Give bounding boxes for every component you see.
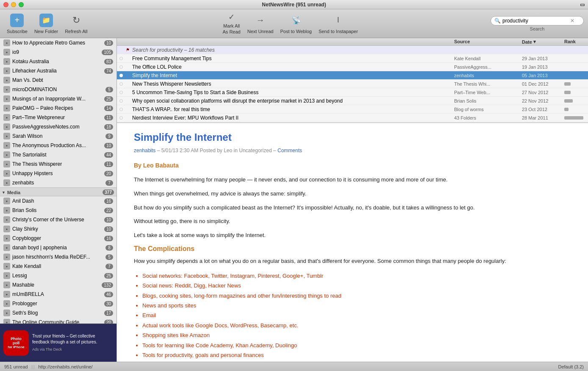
minimize-button[interactable] <box>11 2 16 7</box>
article-row[interactable]: Why open social collaboration platforms … <box>117 97 588 105</box>
subscribe-button[interactable]: + Subscribe <box>4 12 30 36</box>
sidebar-item-5[interactable]: ●danah boyd | apophenia8 <box>0 243 116 252</box>
feed-icon: ● <box>3 263 10 270</box>
article-source: Blog of worms <box>454 107 522 112</box>
search-bar[interactable]: 🔍 ✕ <box>491 16 584 25</box>
article-rank <box>564 82 585 86</box>
sidebar-item-13[interactable]: ●The Thesis Whisperer11 <box>0 159 116 169</box>
sidebar-item-label: Seth's Blog <box>12 310 104 316</box>
post-to-weblog-button[interactable]: 📡 Post to Weblog <box>277 12 314 36</box>
search-label[interactable]: Search <box>530 26 545 31</box>
sidebar-item-15[interactable]: ●zenhabits7 <box>0 178 116 187</box>
ad-logo: Photo poll for iPhone <box>3 330 29 356</box>
article-title: Free Community Management Tips <box>132 56 454 61</box>
sidebar-item-label: Problogger <box>12 301 104 307</box>
unread-dot <box>119 116 123 120</box>
col-header-date[interactable]: Date ▾ <box>522 39 564 45</box>
sidebar-item-12[interactable]: ●The Sartorialist44 <box>0 150 116 159</box>
window-resize[interactable]: ▭ <box>580 2 585 8</box>
sidebar-item-8[interactable]: ●Part–Time Webpreneur11 <box>0 113 116 122</box>
search-input[interactable] <box>502 18 570 24</box>
flag-icon <box>125 56 130 61</box>
sidebar-item-10[interactable]: ●mUmBRELLA46 <box>0 290 116 299</box>
sidebar-item-0[interactable]: ●Anil Dash16 <box>0 196 116 206</box>
sidebar-item-11[interactable]: ●Problogger30 <box>0 299 116 308</box>
sidebar-item-14[interactable]: ●Unhappy Hipsters20 <box>0 169 116 178</box>
sidebar-item-7[interactable]: ●Kate Kendall7 <box>0 262 116 271</box>
sidebar-item-9[interactable]: ●Mashable132 <box>0 280 116 290</box>
maximize-button[interactable] <box>19 2 24 7</box>
sidebar-item-8[interactable]: ●Lessig25 <box>0 271 116 280</box>
sidebar-item-count: 10 <box>104 217 113 223</box>
sidebar-item-3[interactable]: ●Clay Shirky10 <box>0 224 116 234</box>
sidebar-item-4[interactable]: ●Copyblogger16 <box>0 234 116 243</box>
sidebar-item-label: Brian Solis <box>12 207 104 213</box>
feed-icon: ● <box>3 254 10 260</box>
article-rows: Free Community Management TipsKate Kenda… <box>117 54 588 123</box>
sidebar-item-count: 20 <box>104 171 113 176</box>
refresh-icon: ↻ <box>69 14 83 27</box>
ad-text: Trust your friends – Get collective feed… <box>32 333 113 352</box>
sidebar-item-count: 11 <box>104 115 113 120</box>
refresh-all-button[interactable]: ↻ Refresh All <box>62 12 90 36</box>
article-row[interactable]: New Thesis Whisperer NewslettersThe Thes… <box>117 80 588 88</box>
sidebar-item-6[interactable]: ●Musings of an Inappropriate W...25 <box>0 94 116 103</box>
article-rank <box>564 91 585 94</box>
sidebar-item-1[interactable]: ●Brian Solis22 <box>0 206 116 215</box>
sidebar-item-6[interactable]: ●jason hirschhorn's Media ReDEF...5 <box>0 252 116 262</box>
sidebar-item-1[interactable]: ●io9105 <box>0 47 116 57</box>
article-row[interactable]: Nerdiest Interview Ever: MPU Workflows P… <box>117 114 588 122</box>
feed-icon: ● <box>3 58 10 65</box>
sidebar-item-7[interactable]: ●PaleOMG – Paleo Recipes14 <box>0 103 116 113</box>
article-date: 28 Mar 2011 <box>522 115 564 120</box>
sidebar-item-2[interactable]: ●Kotaku Australia83 <box>0 57 116 66</box>
sidebar-item-10[interactable]: ●Sarah Wilson9 <box>0 131 116 141</box>
feed-icon: ● <box>3 133 10 139</box>
sidebar-group-media[interactable]: ▼Media377 <box>0 187 116 196</box>
sidebar-item-label: Kotaku Australia <box>12 59 104 64</box>
sidebar-item-count: 16 <box>104 236 113 241</box>
comments-link[interactable]: Comments <box>277 148 302 153</box>
sidebar-item-3[interactable]: ●Lifehacker Australia74 <box>0 66 116 75</box>
article-title: THAT'S A WRAP.. for real this time <box>132 106 454 112</box>
statusbar-url: http://zenhabits.net/unline/ <box>38 364 555 369</box>
sidebar-item-2[interactable]: ●Christy's Corner of the Universe10 <box>0 215 116 224</box>
article-row[interactable]: The Office LOL PolicePassiveAggress...19… <box>117 63 588 71</box>
sidebar-item-label: PassiveAggressiveNotes.com <box>12 124 104 130</box>
sidebar-item-5[interactable]: ●microDOMINATION5 <box>0 85 116 94</box>
send-to-instapaper-button[interactable]: I Send to Instapaper <box>316 12 361 36</box>
flag-icon <box>125 115 130 120</box>
new-folder-button[interactable]: 📁 New Folder <box>32 12 61 36</box>
feed-icon: ● <box>3 151 10 158</box>
sidebar-item-label: The Anonymous Production As... <box>12 142 104 148</box>
article-row[interactable]: Simplify the Internetzenhabits05 Jan 201… <box>117 71 588 80</box>
sidebar-item-0[interactable]: ●How to Appreciate Retro Games10 <box>0 38 116 47</box>
next-unread-button[interactable]: → Next Unread <box>245 12 276 36</box>
article-date: 29 Jan 2013 <box>522 56 564 61</box>
sidebar-item-9[interactable]: ●PassiveAggressiveNotes.com18 <box>0 122 116 131</box>
sidebar-item-label: Lifehacker Australia <box>12 68 104 74</box>
list-item: Email <box>142 310 571 320</box>
feed-icon: ● <box>3 207 10 214</box>
sidebar-item-12[interactable]: ●Seth's Blog17 <box>0 308 116 318</box>
sidebar-item-count: 10 <box>104 40 113 46</box>
sidebar-item-11[interactable]: ●The Anonymous Production As...10 <box>0 141 116 150</box>
sidebar-item-label: PaleOMG – Paleo Recipes <box>12 105 104 111</box>
article-row[interactable]: 5 Uncommon Time-Saving Tips to Start a S… <box>117 88 588 97</box>
flag-icon <box>125 73 130 78</box>
list-item: Tools for productivity, goals and person… <box>142 350 571 360</box>
article-list-header: Source Date ▾ Rank <box>117 38 588 46</box>
close-button[interactable] <box>3 2 8 7</box>
mark-all-as-read-button[interactable]: ✓ Mark All As Read <box>220 12 243 36</box>
list-item: News and sports sites <box>142 301 571 310</box>
clear-search-icon[interactable]: ✕ <box>570 18 574 24</box>
article-title: New Thesis Whisperer Newsletters <box>132 81 454 87</box>
article-row[interactable]: THAT'S A WRAP.. for real this timeBlog o… <box>117 105 588 114</box>
sidebar-item-count: 16 <box>104 198 113 204</box>
article-row[interactable]: Free Community Management TipsKate Kenda… <box>117 54 588 63</box>
sidebar-item-4[interactable]: ●Man Vs. Debt <box>0 75 116 85</box>
sidebar-item-count: 30 <box>104 301 113 307</box>
sidebar-item-label: Christy's Corner of the Universe <box>12 217 104 223</box>
search-icon: 🔍 <box>494 18 501 24</box>
article-source-link[interactable]: zenhabits <box>134 148 155 153</box>
